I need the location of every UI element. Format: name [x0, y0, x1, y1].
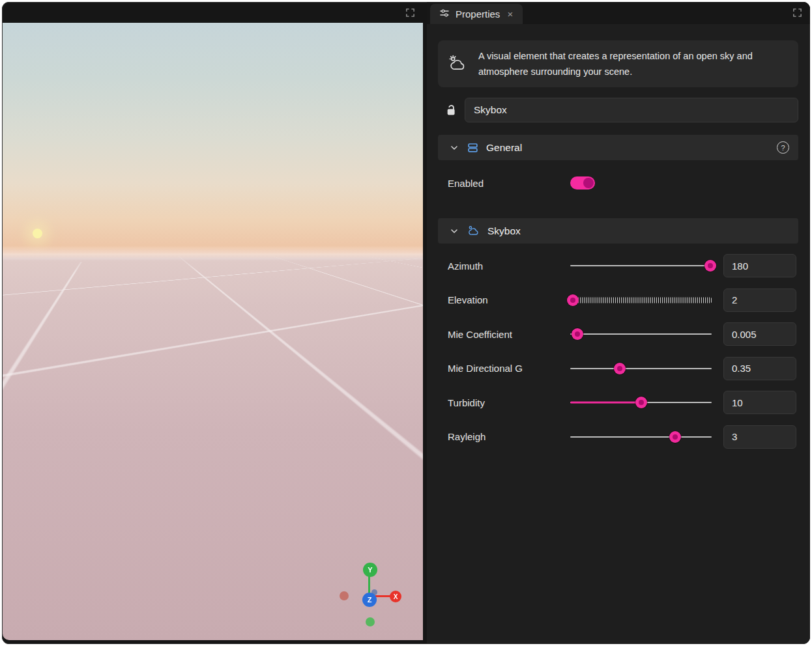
chevron-down-icon[interactable]: [450, 143, 459, 152]
toggle-knob: [583, 178, 594, 188]
mie-directional-g-label: Mie Directional G: [448, 363, 570, 374]
turbidity-slider-handle[interactable]: [635, 397, 647, 408]
skybox-properties: Azimuth Elevation Mie Co: [438, 249, 798, 454]
slider-row-elevation: Elevation: [438, 283, 798, 318]
x-axis-ball[interactable]: X: [390, 591, 401, 602]
rayleigh-slider[interactable]: [570, 430, 712, 443]
azimuth-slider-handle[interactable]: [704, 260, 716, 272]
elevation-label: Elevation: [448, 294, 570, 305]
z-axis-ball[interactable]: Z: [362, 593, 377, 607]
slider-row-turbidity: Turbidity: [438, 386, 798, 420]
elevation-value-input[interactable]: [723, 288, 796, 312]
azimuth-value-input[interactable]: [723, 254, 796, 277]
skybox-cloud-icon: [467, 225, 480, 237]
viewport-expand-icon[interactable]: [405, 8, 415, 18]
turbidity-label: Turbidity: [448, 397, 570, 408]
turbidity-slider[interactable]: [570, 396, 712, 409]
mie-coefficient-label: Mie Coefficient: [448, 329, 570, 340]
elevation-slider-handle[interactable]: [567, 294, 579, 306]
azimuth-label: Azimuth: [448, 260, 570, 272]
mie-directional-g-value-input[interactable]: [723, 357, 796, 380]
entity-name-row: [438, 98, 798, 122]
mie-directional-g-slider-handle[interactable]: [614, 363, 626, 374]
skybox-cloud-icon: [448, 55, 467, 73]
slider-row-azimuth: Azimuth: [438, 249, 798, 283]
component-description-card: A visual element that creates a represen…: [438, 40, 798, 87]
mie-coefficient-value-input[interactable]: [723, 322, 796, 346]
section-skybox[interactable]: Skybox: [438, 218, 798, 244]
section-skybox-label: Skybox: [487, 225, 521, 237]
sun: [33, 229, 42, 238]
tab-properties[interactable]: Properties ×: [430, 4, 523, 24]
chevron-down-icon[interactable]: [450, 227, 459, 236]
neg-y-axis-ball[interactable]: [366, 617, 375, 626]
mie-coefficient-slider-handle[interactable]: [572, 328, 583, 340]
general-layout-icon: [467, 142, 478, 153]
component-description: A visual element that creates a represen…: [478, 48, 788, 79]
mie-directional-g-slider[interactable]: [570, 362, 712, 375]
slider-row-mie-coefficient: Mie Coefficient: [438, 317, 798, 352]
rayleigh-label: Rayleigh: [448, 431, 570, 442]
scene-viewport[interactable]: Y X Z: [3, 23, 423, 640]
azimuth-slider[interactable]: [570, 259, 712, 272]
section-general[interactable]: General ?: [438, 135, 798, 160]
entity-name-input[interactable]: [465, 98, 798, 122]
ground-grid: [3, 254, 423, 640]
mie-coefficient-slider[interactable]: [570, 328, 712, 341]
viewport-topbar: [3, 2, 423, 23]
y-axis-ball[interactable]: Y: [363, 563, 377, 577]
sliders-icon: [439, 8, 450, 21]
app-window: Y X Z Properties ×: [2, 2, 810, 644]
panel-tabbar: Properties ×: [427, 2, 810, 24]
enabled-toggle[interactable]: [570, 176, 595, 190]
help-icon[interactable]: ?: [777, 141, 789, 154]
tab-properties-label: Properties: [456, 8, 500, 20]
panel-content: A visual element that creates a represen…: [427, 24, 810, 643]
rayleigh-value-input[interactable]: [723, 425, 796, 449]
elevation-slider[interactable]: [570, 294, 712, 307]
tab-close-icon[interactable]: ×: [506, 8, 514, 20]
panel-expand-icon[interactable]: [792, 8, 802, 18]
neg-x-axis-ball[interactable]: [340, 591, 349, 600]
enabled-row: Enabled: [438, 160, 798, 206]
slider-row-mie-directional-g: Mie Directional G: [438, 352, 798, 386]
turbidity-value-input[interactable]: [723, 391, 796, 414]
section-general-label: General: [486, 142, 522, 154]
slider-row-rayleigh: Rayleigh: [438, 420, 798, 455]
enabled-label: Enabled: [448, 178, 570, 189]
unlock-icon[interactable]: [445, 104, 465, 117]
rayleigh-slider-handle[interactable]: [669, 431, 681, 443]
properties-panel: Properties × A visual element: [427, 2, 810, 643]
